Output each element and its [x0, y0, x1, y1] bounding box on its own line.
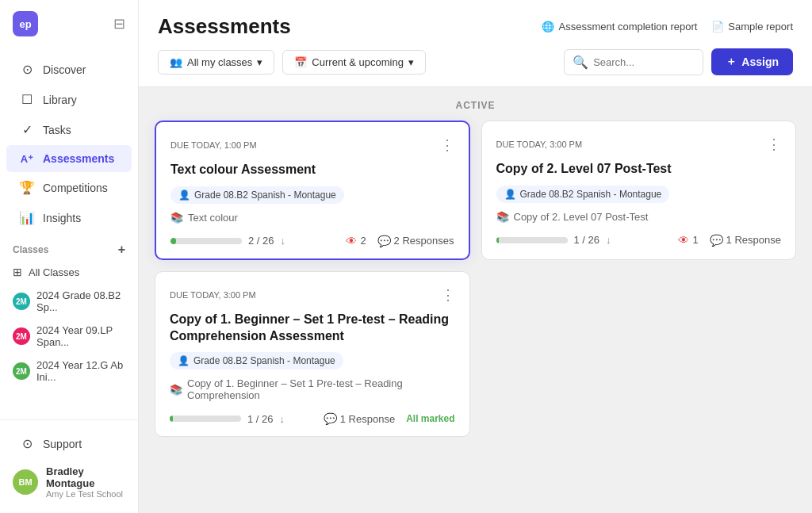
book-icon-1: 📚: [170, 212, 183, 224]
card-header-1: DUE TODAY, 1:00 PM ⋮: [170, 136, 454, 154]
responses-stat-2: 💬 1 Response: [710, 234, 781, 247]
card-subtitle-text-1: Text colour: [188, 212, 238, 224]
sidebar-bottom: ⊙ Support BM Bradley Montague Amy Le Tes…: [0, 419, 138, 513]
completion-report-link[interactable]: 🌐 Assessment completion report: [542, 21, 697, 33]
assessments-icon: A⁺: [19, 153, 35, 165]
sample-report-link[interactable]: 📄 Sample report: [711, 21, 793, 33]
more-menu-button-1[interactable]: ⋮: [440, 136, 454, 154]
assessments-grid: DUE TODAY, 1:00 PM ⋮ Text colour Assessm…: [155, 121, 796, 437]
page-title: Assessments: [158, 14, 291, 39]
assign-plus-icon: ＋: [726, 55, 737, 69]
user-info: Bradley Montague Amy Le Test School: [46, 465, 125, 499]
discover-icon: ⊙: [19, 62, 35, 77]
sidebar-item-competitions-label: Competitions: [43, 182, 108, 194]
card-title-2: Copy of 2. Level 07 Post-Test: [496, 161, 782, 178]
header-controls: 👥 All my classes ▾ 📅 Current & upcoming …: [158, 48, 793, 75]
card-header-2: DUE TODAY, 3:00 PM ⋮: [496, 136, 782, 153]
support-icon: ⊙: [19, 436, 35, 451]
date-filter-icon: 📅: [294, 56, 307, 68]
competitions-icon: 🏆: [19, 180, 35, 195]
msg-icon-1: 💬: [377, 235, 391, 247]
assessment-card-3[interactable]: DUE TODAY, 3:00 PM ⋮ Copy of 1. Beginner…: [155, 271, 470, 438]
progress-bar-bg-2: [496, 237, 568, 243]
sidebar-item-discover[interactable]: ⊙ Discover: [6, 55, 132, 84]
add-class-button[interactable]: +: [118, 243, 125, 257]
sidebar-item-library[interactable]: ☐ Library: [6, 85, 132, 114]
user-school: Amy Le Test School: [46, 489, 125, 499]
sidebar-support-label: Support: [43, 438, 82, 450]
more-menu-button-3[interactable]: ⋮: [441, 286, 455, 304]
assessment-card-1[interactable]: DUE TODAY, 1:00 PM ⋮ Text colour Assessm…: [155, 121, 470, 260]
progress-text-1: 2 / 26: [248, 235, 274, 247]
classes-filter-label: All my classes: [187, 56, 252, 68]
main-header: Assessments 🌐 Assessment completion repo…: [139, 0, 812, 87]
views-count-1: 2: [360, 235, 366, 247]
book-icon-3: 📚: [170, 384, 182, 396]
date-filter-label: Current & upcoming: [312, 56, 404, 68]
card-subtitle-text-3: Copy of 1. Beginner – Set 1 Pre-test – R…: [187, 377, 455, 401]
assessment-card-2[interactable]: DUE TODAY, 3:00 PM ⋮ Copy of 2. Level 07…: [481, 121, 797, 260]
user-name: Bradley Montague: [46, 465, 125, 489]
responses-text-2: 1 Response: [726, 234, 781, 246]
progress-bar-bg-1: [170, 238, 242, 244]
card-subtitle-2: 📚 Copy of 2. Level 07 Post-Test: [496, 211, 782, 223]
sidebar-class-3[interactable]: 2M 2024 Year 12.G Ab Ini...: [0, 354, 138, 389]
active-section-label: ACTIVE: [155, 100, 796, 111]
class-label-1: 2024 Grade 08.B2 Sp...: [36, 289, 125, 313]
sample-report-label: Sample report: [728, 21, 793, 33]
sidebar-class-2[interactable]: 2M 2024 Year 09.LP Span...: [0, 319, 138, 354]
card-footer-3: 1 / 26 ↓ 💬 1 Response All marked: [170, 412, 455, 425]
progress-section-2: 1 / 26 ↓: [496, 234, 611, 246]
class-badge-2: 2M: [13, 327, 30, 345]
progress-section-1: 2 / 26 ↓: [170, 235, 285, 247]
progress-section-3: 1 / 26 ↓: [170, 413, 285, 425]
card-subtitle-3: 📚 Copy of 1. Beginner – Set 1 Pre-test –…: [170, 377, 455, 401]
globe-icon: 🌐: [542, 21, 554, 33]
card-subtitle-1: 📚 Text colour: [170, 212, 454, 224]
classes-filter-icon: 👥: [170, 56, 182, 68]
date-filter-button[interactable]: 📅 Current & upcoming ▾: [282, 50, 426, 75]
user-section[interactable]: BM Bradley Montague Amy Le Test School: [0, 459, 138, 505]
search-wrapper: 🔍: [564, 49, 703, 75]
assign-button[interactable]: ＋ Assign: [711, 48, 793, 75]
msg-icon-3: 💬: [324, 412, 337, 425]
card-class-badge-1: 👤 Grade 08.B2 Spanish - Montague: [170, 186, 344, 204]
progress-bar-fill-3: [170, 415, 173, 422]
search-input[interactable]: [593, 56, 695, 68]
due-label-3: DUE TODAY, 3:00 PM: [170, 290, 256, 300]
class-label-3: 2024 Year 12.G Ab Ini...: [36, 359, 125, 383]
progress-icon-1: ↓: [281, 235, 286, 247]
sidebar-item-tasks[interactable]: ✓ Tasks: [6, 115, 132, 144]
all-classes-item[interactable]: ⊞ All Classes: [0, 260, 138, 284]
sidebar-item-insights[interactable]: 📊 Insights: [6, 203, 132, 232]
book-icon-2: 📚: [496, 211, 509, 223]
class-badge-3: 2M: [13, 362, 30, 380]
sidebar-item-insights-label: Insights: [43, 212, 81, 224]
responses-text-1: 2 Responses: [394, 235, 454, 247]
doc-icon: 📄: [711, 21, 724, 33]
more-menu-button-2[interactable]: ⋮: [767, 136, 781, 153]
sidebar-header: ep ⊟: [0, 0, 138, 48]
progress-text-2: 1 / 26: [574, 234, 600, 246]
sidebar-class-1[interactable]: 2M 2024 Grade 08.B2 Sp...: [0, 284, 138, 319]
classes-filter-button[interactable]: 👥 All my classes ▾: [158, 50, 274, 75]
app-logo: ep: [13, 11, 38, 36]
sidebar-item-assessments[interactable]: A⁺ Assessments: [6, 145, 132, 172]
main-content: Assessments 🌐 Assessment completion repo…: [139, 0, 812, 513]
stats-section-3: 💬 1 Response All marked: [324, 412, 455, 425]
card-title-1: Text colour Assessment: [170, 162, 454, 178]
sidebar-toggle-icon[interactable]: ⊟: [113, 15, 125, 33]
tasks-icon: ✓: [19, 122, 35, 137]
views-count-2: 1: [692, 234, 698, 246]
insights-icon: 📊: [19, 210, 35, 225]
sidebar-item-competitions[interactable]: 🏆 Competitions: [6, 173, 132, 202]
class-badge-icon-2: 👤: [504, 189, 516, 200]
all-classes-label: All Classes: [29, 266, 79, 278]
class-label-2: 2024 Year 09.LP Span...: [36, 324, 125, 348]
card-footer-2: 1 / 26 ↓ 👁 1 💬 1 Response: [496, 234, 782, 247]
due-label-1: DUE TODAY, 1:00 PM: [170, 140, 257, 150]
completion-report-label: Assessment completion report: [558, 21, 697, 33]
classes-section-title: Classes +: [0, 233, 138, 260]
sidebar-item-support[interactable]: ⊙ Support: [6, 429, 132, 458]
card-class-badge-3: 👤 Grade 08.B2 Spanish - Montague: [170, 352, 343, 369]
